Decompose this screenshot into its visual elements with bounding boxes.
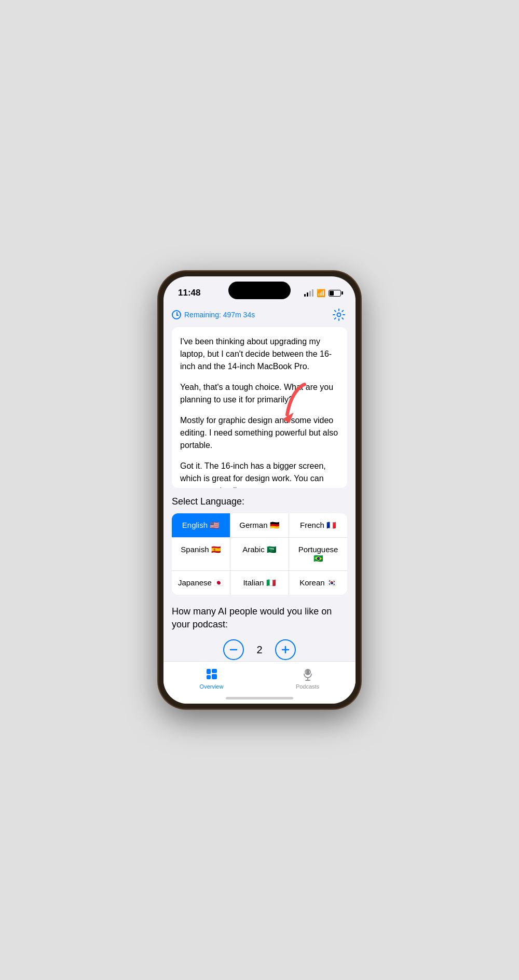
tab-podcasts-label: Podcasts <box>296 683 319 690</box>
message-3: Mostly for graphic design and some video… <box>180 414 339 452</box>
language-korean[interactable]: Korean 🇰🇷 <box>289 571 347 595</box>
settings-button[interactable] <box>331 306 347 323</box>
language-french[interactable]: French 🇫🇷 <box>289 513 347 537</box>
message-4: Got it. The 16-inch has a bigger screen,… <box>180 460 339 488</box>
language-english[interactable]: English 🇺🇸 <box>172 513 230 537</box>
header-bar: Remaining: 497m 34s <box>163 302 356 327</box>
counter-row: 2 <box>172 639 347 660</box>
podcasts-icon <box>301 667 315 681</box>
tab-overview[interactable]: Overview <box>163 667 260 690</box>
language-section-label: Select Language: <box>172 496 347 507</box>
language-portuguese[interactable]: Portuguese 🇧🇷 <box>289 538 347 570</box>
podcast-count-label: How many AI people would you like on you… <box>172 605 347 631</box>
language-german[interactable]: German 🇩🇪 <box>230 513 289 537</box>
language-spanish[interactable]: Spanish 🇪🇸 <box>172 538 230 570</box>
conversation-box: I've been thinking about upgrading my la… <box>172 327 347 488</box>
svg-rect-5 <box>207 669 211 674</box>
overview-icon <box>204 667 219 681</box>
status-icons: 📶 <box>304 289 341 297</box>
tab-podcasts[interactable]: Podcasts <box>260 667 356 690</box>
language-japanese[interactable]: Japanese 🇯🇵 <box>172 571 230 595</box>
status-time: 11:48 <box>178 288 200 298</box>
phone-frame: 11:48 📶 Remaining: 497m 34s <box>158 271 361 709</box>
app-content: I've been thinking about upgrading my la… <box>163 327 356 686</box>
svg-rect-6 <box>207 675 211 679</box>
increment-button[interactable] <box>275 639 296 660</box>
svg-rect-8 <box>212 674 217 679</box>
counter-value: 2 <box>254 644 265 656</box>
remaining-label: Remaining: 497m 34s <box>172 310 255 319</box>
wifi-icon: 📶 <box>317 289 325 297</box>
language-italian[interactable]: Italian 🇮🇹 <box>230 571 289 595</box>
svg-rect-7 <box>212 669 217 673</box>
remaining-text: Remaining: 497m 34s <box>184 311 255 319</box>
tab-overview-label: Overview <box>200 683 224 690</box>
signal-icon <box>304 289 313 297</box>
language-grid: English 🇺🇸 German 🇩🇪 French 🇫🇷 Spanish 🇪… <box>172 513 347 595</box>
clock-icon <box>172 310 181 319</box>
status-bar: 11:48 📶 <box>163 276 356 302</box>
message-2: Yeah, that's a tough choice. What are yo… <box>180 381 339 406</box>
language-row-2: Spanish 🇪🇸 Arabic 🇸🇦 Portuguese 🇧🇷 <box>172 538 347 571</box>
svg-point-0 <box>337 313 341 317</box>
language-arabic[interactable]: Arabic 🇸🇦 <box>230 538 289 570</box>
phone-screen: 11:48 📶 Remaining: 497m 34s <box>163 276 356 704</box>
language-row-3: Japanese 🇯🇵 Italian 🇮🇹 Korean 🇰🇷 <box>172 571 347 595</box>
decrement-button[interactable] <box>223 639 244 660</box>
battery-icon <box>329 290 341 297</box>
svg-rect-10 <box>306 669 309 675</box>
message-1: I've been thinking about upgrading my la… <box>180 335 339 373</box>
home-indicator <box>226 697 293 699</box>
language-row-1: English 🇺🇸 German 🇩🇪 French 🇫🇷 <box>172 513 347 538</box>
